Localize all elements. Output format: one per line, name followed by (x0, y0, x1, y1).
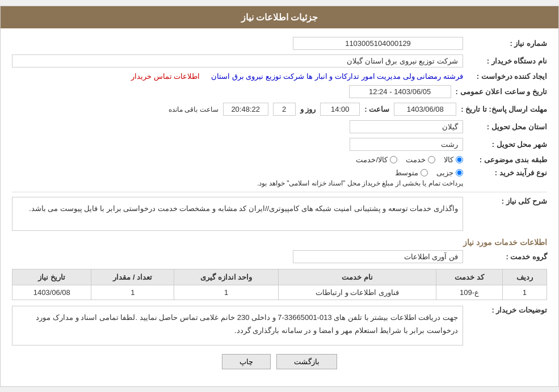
col-service-code: کد خدمت (436, 269, 503, 285)
category-radio-kala[interactable]: کالا (444, 155, 463, 164)
col-quantity: تعداد / مقدار (91, 269, 174, 285)
creator-contact-link[interactable]: اطلاعات تماس خریدار (131, 72, 200, 81)
buyer-value: شرکت توزیع نیروی برق استان گیلان (12, 54, 463, 68)
purchase-type-jozi[interactable]: جزیی (436, 168, 463, 177)
col-row-num: ردیف (502, 269, 547, 285)
services-section-title: اطلاعات خدمات مورد نیاز (12, 238, 547, 247)
col-need-date: تاریخ نیاز (12, 269, 91, 285)
response-time-label: ساعت : (364, 105, 389, 113)
cell-need-date: 1403/06/08 (12, 285, 91, 300)
creator-label: ایجاد کننده درخواست : (468, 72, 547, 81)
cell-quantity: 1 (91, 285, 174, 300)
cell-service-name: فناوری اطلاعات و ارتباطات (279, 285, 436, 300)
purchase-type-note: پرداخت تمام یا بخشی از مبلغ خریداز محل "… (257, 179, 463, 187)
response-remaining-label: ساعت باقی مانده (169, 106, 218, 113)
response-date: 1403/06/08 (394, 103, 456, 116)
buttons-row: بازگشت چاپ (12, 354, 547, 369)
description-label: شرح کلی نیاز : (468, 197, 547, 205)
response-deadline-label: مهلت ارسال پاسخ: تا تاریخ : (461, 105, 547, 113)
buyer-notes-text: جهت دریافت اطلاعات بیشتر با تلفن های 013… (12, 306, 463, 345)
service-group-value: فن آوری اطلاعات (293, 250, 463, 263)
reference-number-value: 1103005104000129 (293, 37, 463, 50)
response-days: 2 (273, 103, 296, 116)
col-service-name: نام خدمت (279, 269, 436, 285)
back-button[interactable]: بازگشت (276, 354, 337, 369)
response-days-label: روز و (300, 105, 316, 113)
col-unit: واحد اندازه گیری (174, 269, 279, 285)
description-text: واگذاری خدمات توسعه و پشتیبانی امنیت شبک… (12, 197, 463, 231)
city-label: شهر محل تحویل : (468, 140, 547, 149)
response-remaining: 20:48:22 (223, 103, 268, 116)
category-radio-kala-khedmat[interactable]: کالا/خدمت (356, 155, 397, 164)
purchase-type-label: نوع فرآیند خرید : (468, 168, 547, 177)
purchase-type-motavasset[interactable]: متوسط (395, 168, 428, 177)
creator-value: فرشته رمضانی ولی مدیریت امور تدارکات و ا… (211, 72, 463, 81)
response-time: 14:00 (320, 103, 360, 116)
print-button[interactable]: چاپ (222, 354, 271, 369)
category-radio-group: کالا خدمت کالا/خدمت (356, 155, 463, 164)
purchase-type-radio-group: جزیی متوسط (257, 168, 463, 177)
province-value: گیلان (350, 120, 463, 133)
table-row: 1 ع-109 فناوری اطلاعات و ارتباطات 1 1 14… (12, 285, 547, 300)
page-title: جزئیات اطلاعات نیاز (1, 6, 558, 28)
publish-datetime-value: 1403/06/05 - 12:24 (349, 85, 451, 98)
category-label: طبقه بندی موضوعی : (468, 155, 547, 164)
service-group-label: گروه خدمت : (468, 252, 547, 261)
cell-unit: 1 (174, 285, 279, 300)
reference-number-label: شماره نیاز : (468, 39, 547, 48)
cell-service-code: ع-109 (436, 285, 503, 300)
cell-row-num: 1 (502, 285, 547, 300)
category-radio-khedmat[interactable]: خدمت (406, 155, 435, 164)
buyer-notes-label: توضیحات خریدار : (468, 306, 547, 314)
province-label: استان محل تحویل : (468, 123, 547, 131)
city-value: رشت (350, 138, 463, 151)
publish-datetime-label: تاریخ و ساعت اعلان عمومی : (456, 87, 547, 96)
buyer-label: نام دستگاه خریدار : (468, 57, 547, 65)
services-table: ردیف کد خدمت نام خدمت واحد اندازه گیری ت… (12, 269, 547, 300)
